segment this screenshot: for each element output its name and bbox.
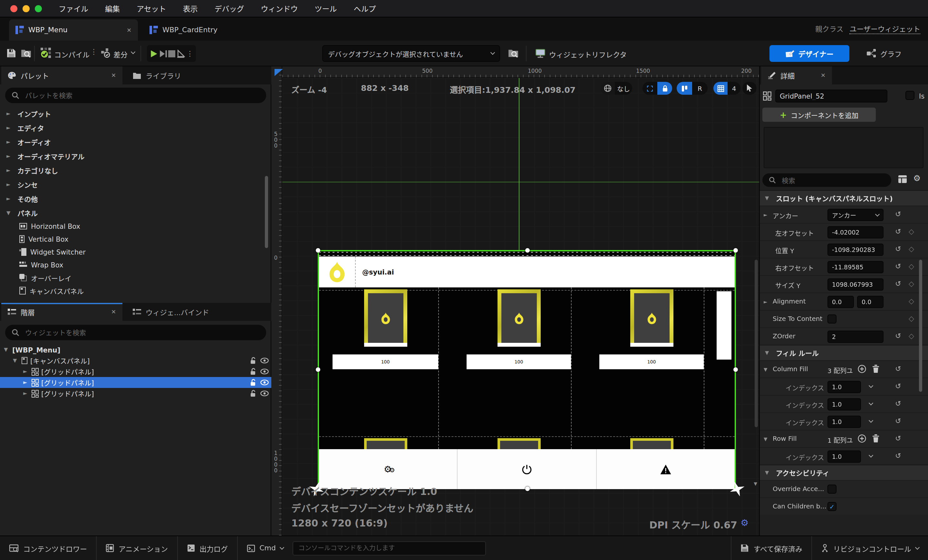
debug-object-dropdown[interactable]: デバッグオブジェクトが選択されていません [322, 45, 500, 62]
trash-icon[interactable] [872, 365, 880, 373]
dpi-settings-gear-icon[interactable]: ⚙ [740, 517, 748, 528]
compile-options-kebab-icon[interactable]: ⋮ [90, 48, 97, 56]
resize-handle[interactable] [316, 367, 320, 372]
lock-icon[interactable] [657, 82, 672, 95]
reset-icon[interactable]: ↺ [895, 382, 901, 391]
preview-scrollbar-thumb[interactable] [717, 291, 731, 360]
warning-button[interactable] [597, 449, 735, 489]
menu-edit[interactable]: 編集 [105, 3, 120, 14]
globe-icon[interactable] [601, 82, 615, 95]
details-scrollbar[interactable] [919, 260, 922, 392]
reset-icon[interactable]: ↺ [895, 417, 901, 425]
palette-category-uncategorized[interactable]: ►カテゴリなし [0, 163, 271, 177]
collapse-icon[interactable]: ► [764, 299, 768, 305]
bind-diamond-icon[interactable]: ◇ [909, 262, 914, 271]
revision-control-dropdown[interactable]: リビジョンコントロール [812, 536, 928, 560]
palette-item-horizontal-box[interactable]: Horizontal Box [0, 220, 271, 233]
palette-item-overlay[interactable]: オーバーレイ [0, 271, 271, 284]
frame-skip-button[interactable] [159, 49, 167, 58]
tree-row-grid-panel-1[interactable]: ► [グリッドパネル] [0, 366, 271, 377]
card-item-2[interactable] [498, 289, 541, 347]
bind-diamond-icon[interactable]: ◇ [909, 227, 914, 236]
graph-mode-button[interactable]: グラフ [867, 45, 902, 62]
resize-handle[interactable] [316, 248, 320, 253]
expand-icon[interactable]: ▼ [13, 358, 19, 363]
chevron-down-icon[interactable] [869, 453, 873, 458]
reset-icon[interactable]: ↺ [895, 452, 901, 460]
bind-diamond-icon[interactable]: ◇ [909, 314, 914, 323]
tab-hierarchy[interactable]: 階層 ✕ [1, 303, 122, 321]
unlock-icon[interactable] [250, 357, 256, 364]
grid-snap-icon[interactable] [713, 82, 728, 95]
grid-snap-size[interactable]: 4 [728, 82, 740, 95]
palette-category-audiomaterial[interactable]: ►オーディオマテリアル [0, 149, 271, 163]
bind-diamond-icon[interactable]: ◇ [909, 332, 914, 340]
reset-icon[interactable]: ↺ [895, 262, 901, 271]
left-offset-input[interactable] [827, 226, 884, 238]
cmd-dropdown[interactable]: Cmd [238, 536, 293, 560]
columns-icon[interactable] [677, 82, 692, 95]
tree-row-canvas-panel[interactable]: ▼ [キャンバスパネル] [0, 355, 271, 366]
menu-help[interactable]: ヘルプ [354, 3, 376, 14]
palette-category-other[interactable]: ►その他 [0, 191, 271, 206]
chevron-down-icon[interactable] [869, 418, 873, 423]
reset-icon[interactable]: ↺ [895, 245, 901, 253]
reset-icon[interactable]: ↺ [895, 210, 901, 218]
tree-row-grid-panel-3[interactable]: ► [グリッドパネル] [0, 388, 271, 399]
r-toggle-button[interactable]: R [692, 82, 708, 95]
resize-arrow-handle[interactable] [730, 481, 745, 497]
menu-tools[interactable]: ツール [315, 3, 337, 14]
menu-window[interactable]: ウィンドウ [261, 3, 298, 14]
index-input[interactable] [827, 381, 861, 393]
palette-item-canvas-panel[interactable]: キャンバスパネル [0, 284, 271, 297]
palette-item-widget-switcher[interactable]: Widget Switcher [0, 246, 271, 258]
unlock-icon[interactable] [250, 368, 256, 375]
menu-file[interactable]: ファイル [59, 3, 88, 14]
reset-icon[interactable]: ↺ [895, 400, 901, 408]
settings-button[interactable]: ⚙⚙ [319, 449, 458, 489]
property-matrix-icon[interactable] [898, 175, 907, 184]
size-y-input[interactable] [827, 278, 884, 291]
canvas-scrollbar-thumb[interactable] [755, 260, 758, 427]
save-all-button[interactable]: すべて保存済み [731, 536, 811, 560]
visibility-eye-icon[interactable] [260, 391, 269, 396]
bind-diamond-icon[interactable]: ◇ [909, 280, 914, 288]
visibility-eye-icon[interactable] [260, 369, 269, 374]
add-component-button[interactable]: + コンポーネントを追加 [762, 108, 876, 122]
console-command-input[interactable] [293, 541, 486, 555]
resize-handle[interactable] [525, 248, 530, 253]
widget-reflector-button[interactable]: ウィジェットリフレクタ [549, 49, 627, 59]
compile-status-icon[interactable] [40, 47, 52, 59]
can-children-checkbox[interactable]: ✓ [827, 502, 836, 511]
reset-icon[interactable]: ↺ [895, 332, 901, 340]
close-panel-icon[interactable]: ✕ [111, 309, 116, 315]
diff-icon[interactable] [101, 48, 111, 58]
reset-icon[interactable]: ↺ [895, 280, 901, 288]
palette-category-synth[interactable]: ►シンセ [0, 177, 271, 191]
minimize-window-button[interactable] [23, 5, 30, 12]
visibility-eye-icon[interactable] [260, 358, 269, 363]
details-settings-gear-icon[interactable]: ⚙ [913, 173, 920, 183]
reset-icon[interactable]: ↺ [895, 434, 901, 443]
palette-category-audio[interactable]: ►オーディオ [0, 135, 271, 149]
menu-asset[interactable]: アセット [137, 3, 166, 14]
widget-name-input[interactable] [775, 90, 887, 102]
maximize-window-button[interactable] [35, 5, 42, 12]
collapse-icon[interactable]: ► [764, 212, 768, 218]
compile-button[interactable]: コンパイル [54, 49, 90, 59]
resize-handle[interactable] [733, 248, 738, 253]
play-options-kebab-icon[interactable]: ⋮ [186, 49, 193, 58]
palette-item-wrap-box[interactable]: Wrap Box [0, 258, 271, 271]
menu-debug[interactable]: デバッグ [215, 3, 244, 14]
position-y-input[interactable] [827, 244, 884, 256]
close-tab-icon[interactable]: ✕ [127, 27, 131, 33]
collapse-icon[interactable]: ► [23, 380, 29, 385]
resize-handle[interactable] [525, 487, 530, 491]
section-fill-rules[interactable]: ▼ フィル ルール [760, 345, 928, 360]
palette-item-vertical-box[interactable]: Vertical Box [0, 233, 271, 246]
components-list-box[interactable] [764, 127, 923, 168]
palette-search-input[interactable] [24, 91, 260, 100]
details-search-input[interactable] [780, 175, 885, 185]
tree-row-grid-panel-2-selected[interactable]: ► [グリッドパネル] [0, 377, 271, 388]
add-element-icon[interactable] [858, 434, 866, 443]
